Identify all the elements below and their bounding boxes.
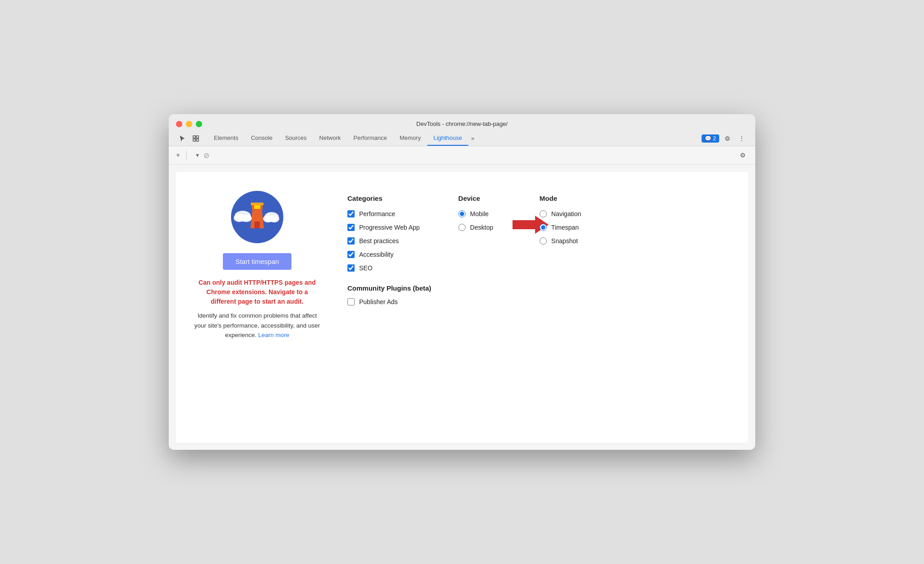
device-section: Device Mobile Desktop (458, 194, 513, 237)
performance-label: Performance (359, 210, 395, 217)
tab-overflow[interactable]: » (468, 131, 477, 145)
chat-badge[interactable]: 💬 2 (702, 134, 719, 143)
report-selector[interactable]: ▼ (192, 153, 200, 158)
inspect-icon[interactable] (189, 132, 202, 145)
pwa-checkbox[interactable] (347, 224, 355, 231)
mode-navigation[interactable]: Navigation (540, 210, 603, 217)
tabs-right: 💬 2 ⚙ ⋮ (702, 132, 748, 145)
tab-network[interactable]: Network (313, 131, 347, 146)
seo-label: SEO (359, 264, 373, 272)
tab-sources[interactable]: Sources (279, 131, 313, 146)
device-desktop[interactable]: Desktop (458, 224, 513, 231)
devtools-icons (176, 132, 202, 145)
add-report-icon[interactable]: + (175, 150, 181, 160)
device-mobile[interactable]: Mobile (458, 210, 513, 217)
settings-icon[interactable]: ⚙ (721, 132, 734, 145)
mode-timespan[interactable]: Timespan (540, 224, 603, 231)
tab-console[interactable]: Console (245, 131, 279, 146)
performance-checkbox[interactable] (347, 210, 355, 217)
category-pwa[interactable]: Progressive Web App (347, 224, 431, 231)
mode-section: Mode Navigation Timespan Snapshot (540, 194, 603, 251)
chevron-down-icon: ▼ (195, 153, 200, 158)
categories-section: Categories Performance Progressive Web A… (347, 194, 431, 425)
desktop-label: Desktop (470, 224, 493, 231)
main-content: Start timespan Can only audit HTTP/HTTPS… (176, 172, 748, 443)
category-performance[interactable]: Performance (347, 210, 431, 217)
seo-checkbox[interactable] (347, 264, 355, 272)
tab-elements[interactable]: Elements (208, 131, 245, 146)
start-timespan-button[interactable]: Start timespan (223, 253, 292, 270)
svg-rect-9 (254, 222, 260, 228)
lighthouse-logo (230, 190, 284, 244)
best-practices-label: Best practices (359, 237, 399, 245)
navigation-radio[interactable] (540, 210, 547, 217)
category-seo[interactable]: SEO (347, 264, 431, 272)
device-title: Device (458, 194, 513, 202)
svg-rect-7 (251, 203, 263, 205)
mode-snapshot[interactable]: Snapshot (540, 237, 603, 245)
svg-rect-0 (193, 136, 195, 138)
desktop-radio[interactable] (458, 224, 466, 231)
tab-lighthouse[interactable]: Lighthouse (427, 131, 469, 146)
category-publisher-ads[interactable]: Publisher Ads (347, 298, 431, 305)
svg-rect-1 (196, 136, 199, 138)
publisher-ads-label: Publisher Ads (359, 298, 398, 305)
warning-text: Can only audit HTTP/HTTPS pages and Chro… (194, 278, 320, 306)
best-practices-checkbox[interactable] (347, 237, 355, 245)
toolbar: + ▼ ⊘ ⚙ (169, 146, 755, 165)
maximize-button[interactable] (196, 121, 202, 127)
more-options-icon[interactable]: ⋮ (735, 132, 748, 145)
learn-more-link[interactable]: Learn more (258, 332, 289, 338)
description-text: Identify and fix common problems that af… (194, 311, 320, 340)
svg-rect-3 (196, 139, 199, 141)
window-title: DevTools - chrome://new-tab-page/ (416, 120, 508, 127)
toolbar-right: ⚙ (736, 149, 749, 162)
svg-point-12 (241, 215, 252, 222)
toolbar-divider (186, 151, 187, 160)
mobile-radio[interactable] (458, 210, 466, 217)
titlebar: DevTools - chrome://new-tab-page/ (169, 114, 755, 146)
device-mode-container: Device Mobile Desktop (458, 194, 603, 425)
pwa-label: Progressive Web App (359, 224, 420, 231)
snapshot-label: Snapshot (551, 237, 578, 245)
timespan-radio[interactable] (540, 224, 547, 231)
mobile-label: Mobile (470, 210, 489, 217)
category-accessibility[interactable]: Accessibility (347, 251, 431, 258)
cursor-icon[interactable] (176, 132, 189, 145)
svg-rect-2 (193, 139, 195, 141)
toolbar-gear-icon[interactable]: ⚙ (736, 149, 749, 162)
right-panel: Categories Performance Progressive Web A… (347, 190, 730, 425)
category-list: Performance Progressive Web App Best pra… (347, 210, 431, 272)
community-title: Community Plugins (beta) (347, 284, 431, 292)
svg-rect-8 (254, 205, 260, 209)
accessibility-checkbox[interactable] (347, 251, 355, 258)
tabs-bar: Elements Console Sources Network Perform… (176, 131, 748, 146)
categories-title: Categories (347, 194, 431, 202)
minimize-button[interactable] (186, 121, 192, 127)
close-button[interactable] (176, 121, 182, 127)
tab-memory[interactable]: Memory (393, 131, 427, 146)
left-panel: Start timespan Can only audit HTTP/HTTPS… (194, 190, 320, 425)
timespan-label: Timespan (551, 224, 579, 231)
navigation-label: Navigation (551, 210, 581, 217)
snapshot-radio[interactable] (540, 237, 547, 245)
community-section: Community Plugins (beta) Publisher Ads (347, 284, 431, 305)
category-best-practices[interactable]: Best practices (347, 237, 431, 245)
publisher-ads-checkbox[interactable] (347, 298, 355, 305)
mode-title: Mode (540, 194, 603, 202)
svg-point-15 (269, 215, 279, 222)
block-icon: ⊘ (203, 151, 209, 160)
devtools-window: DevTools - chrome://new-tab-page/ (169, 114, 755, 450)
tab-performance[interactable]: Performance (347, 131, 393, 146)
window-controls (176, 121, 202, 127)
accessibility-label: Accessibility (359, 251, 393, 258)
